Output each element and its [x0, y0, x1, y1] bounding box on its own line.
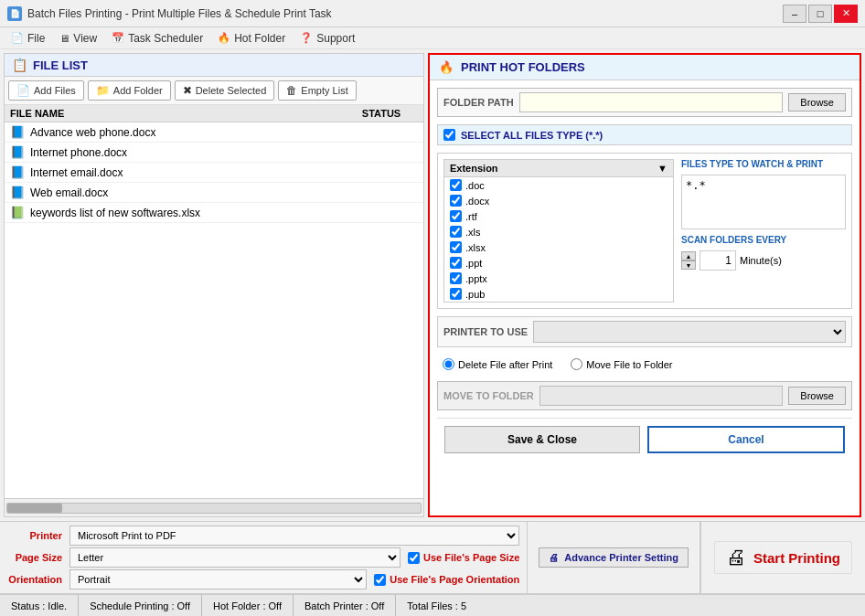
advance-printer-button[interactable]: 🖨 Advance Printer Setting — [539, 547, 689, 568]
file-icon-docx: 📘 — [10, 165, 25, 179]
spin-up-button[interactable]: ▲ — [681, 251, 696, 260]
spin-down-button[interactable]: ▼ — [681, 260, 696, 270]
folder-path-label: FOLDER PATH — [443, 96, 514, 109]
menu-bar: 📄 File 🖥 View 📅 Task Scheduler 🔥 Hot Fol… — [0, 27, 865, 49]
page-size-label: Page Size — [7, 552, 62, 563]
empty-list-button[interactable]: 🗑 Empty List — [278, 80, 356, 101]
list-item[interactable]: 📘 Internet email.docx — [5, 163, 423, 183]
menu-task-scheduler[interactable]: 📅 Task Scheduler — [104, 30, 210, 47]
scan-spinner[interactable]: ▲ ▼ — [681, 251, 696, 270]
printer-select[interactable]: Microsoft Print to PDF — [69, 526, 519, 546]
folder-path-input[interactable] — [519, 92, 784, 112]
empty-list-icon: 🗑 — [286, 84, 297, 97]
ext-checkbox-ppt[interactable] — [450, 257, 462, 269]
list-item[interactable]: 📘 Internet phone.docx — [5, 143, 423, 163]
ext-checkbox-pub[interactable] — [450, 288, 462, 300]
add-folder-button[interactable]: 📁 Add Folder — [88, 80, 171, 101]
list-item[interactable]: 📘 Advance web phone.docx — [5, 122, 423, 143]
ext-checkbox-xlsx[interactable] — [450, 241, 462, 253]
status-batch-printer: Batch Printer : Off — [294, 595, 396, 616]
delete-selected-icon: ✖ — [183, 84, 192, 97]
use-files-orientation-checkbox[interactable] — [374, 574, 386, 586]
files-type-container: FILES TYPE TO WATCH & PRINT *.* SCAN FOL… — [681, 159, 846, 303]
move-folder-input[interactable] — [539, 386, 784, 406]
ext-checkbox-doc[interactable] — [450, 179, 462, 191]
hot-folders-panel: 🔥 PRINT HOT FOLDERS FOLDER PATH Browse S… — [428, 53, 861, 517]
use-files-page-size-checkbox[interactable] — [408, 552, 420, 564]
ext-item-rtf[interactable]: .rtf — [444, 208, 673, 224]
orientation-row: Orientation Portrait Use File's Page Ori… — [7, 569, 519, 589]
list-item[interactable]: 📗 keywords list of new softwares.xlsx — [5, 203, 423, 223]
hot-folders-title: PRINT HOT FOLDERS — [461, 60, 585, 74]
start-printing-icon: 🖨 — [726, 546, 746, 569]
delete-selected-button[interactable]: ✖ Delete Selected — [175, 80, 275, 101]
menu-file[interactable]: 📄 File — [4, 30, 52, 47]
ext-checkbox-xls[interactable] — [450, 226, 462, 238]
folder-path-browse-button[interactable]: Browse — [788, 93, 846, 112]
horizontal-scrollbar[interactable] — [5, 498, 423, 516]
printer-label: Printer — [7, 530, 62, 541]
extension-and-type-section: Extension ▼ .doc .docx — [437, 153, 852, 309]
task-scheduler-icon: 📅 — [112, 32, 124, 44]
advance-printer-icon: 🖨 — [549, 552, 559, 563]
file-icon-docx: 📘 — [10, 186, 25, 199]
title-bar: 📄 Batch Files Printing - Print Multiple … — [0, 0, 865, 27]
ext-checkbox-rtf[interactable] — [450, 210, 462, 222]
ext-item-docx[interactable]: .docx — [444, 193, 673, 208]
file-list-title: FILE LIST — [33, 58, 88, 72]
status-bar: Status : Idle. Schedule Printing : Off H… — [0, 594, 865, 616]
close-button[interactable]: ✕ — [834, 5, 858, 23]
save-close-button[interactable]: Save & Close — [444, 426, 640, 453]
hot-folder-menu-icon: 🔥 — [218, 32, 230, 44]
printer-to-use-label: PRINTER TO USE — [443, 325, 528, 338]
file-icon-xlsx: 📗 — [10, 206, 25, 219]
file-menu-icon: 📄 — [11, 32, 24, 44]
ext-checkbox-docx[interactable] — [450, 195, 462, 207]
orientation-select[interactable]: Portrait — [69, 569, 367, 589]
file-list-panel: 📋 FILE LIST 📄 Add Files 📁 Add Folder ✖ D… — [4, 53, 424, 517]
page-size-select[interactable]: Letter — [69, 547, 400, 568]
files-type-label: FILES TYPE TO WATCH & PRINT — [681, 159, 846, 169]
printer-to-use-row: PRINTER TO USE — [437, 316, 852, 347]
file-icon-docx: 📘 — [10, 145, 25, 159]
delete-file-radio[interactable] — [443, 358, 454, 370]
hot-folder-content: FOLDER PATH Browse SELECT ALL FILES TYPE… — [430, 80, 860, 515]
ext-item-doc[interactable]: .doc — [444, 177, 673, 193]
hot-folders-icon: 🔥 — [439, 60, 454, 74]
add-files-button[interactable]: 📄 Add Files — [8, 80, 84, 101]
delete-file-radio-label[interactable]: Delete File after Print — [443, 358, 552, 370]
page-size-row: Page Size Letter Use File's Page Size — [7, 547, 519, 568]
ext-item-ppt[interactable]: .ppt — [444, 255, 673, 271]
hot-folders-header: 🔥 PRINT HOT FOLDERS — [430, 55, 860, 80]
file-list-toolbar: 📄 Add Files 📁 Add Folder ✖ Delete Select… — [5, 77, 423, 105]
ext-item-xlsx[interactable]: .xlsx — [444, 239, 673, 255]
status-schedule: Schedule Printing : Off — [79, 595, 202, 616]
move-file-radio-label[interactable]: Move File to Folder — [571, 358, 672, 370]
file-icon-docx: 📘 — [10, 125, 25, 139]
minimize-button[interactable]: – — [783, 5, 806, 23]
move-file-radio[interactable] — [571, 358, 582, 370]
menu-hot-folder[interactable]: 🔥 Hot Folder — [210, 30, 293, 47]
ext-item-xls[interactable]: .xls — [444, 224, 673, 239]
list-item[interactable]: 📘 Web email.docx — [5, 183, 423, 203]
ext-item-pub[interactable]: .pub — [444, 286, 673, 302]
cancel-button[interactable]: Cancel — [647, 426, 845, 453]
menu-support[interactable]: ❓ Support — [293, 30, 362, 47]
status-hot-folder: Hot Folder : Off — [202, 595, 294, 616]
select-all-checkbox[interactable] — [443, 129, 455, 141]
folder-path-row: FOLDER PATH Browse — [437, 88, 852, 117]
printer-to-use-select[interactable] — [533, 321, 846, 343]
menu-view[interactable]: 🖥 View — [52, 30, 104, 47]
ext-item-pptx[interactable]: .pptx — [444, 271, 673, 286]
title-bar-text: Batch Files Printing - Print Multiple Fi… — [27, 7, 783, 20]
app-icon: 📄 — [7, 6, 22, 21]
ext-scroll-indicator: ▼ — [657, 163, 667, 174]
ext-checkbox-pptx[interactable] — [450, 272, 462, 284]
move-folder-browse-button[interactable]: Browse — [788, 387, 846, 405]
extension-list[interactable]: .doc .docx .rtf .xls — [443, 177, 674, 303]
maximize-button[interactable]: □ — [808, 5, 832, 23]
files-type-input[interactable]: *.* — [681, 175, 846, 229]
file-table-header: FILE NAME STATUS — [5, 105, 423, 122]
scan-interval-input[interactable] — [699, 250, 736, 271]
start-printing-button[interactable]: 🖨 Start Printing — [714, 541, 852, 574]
